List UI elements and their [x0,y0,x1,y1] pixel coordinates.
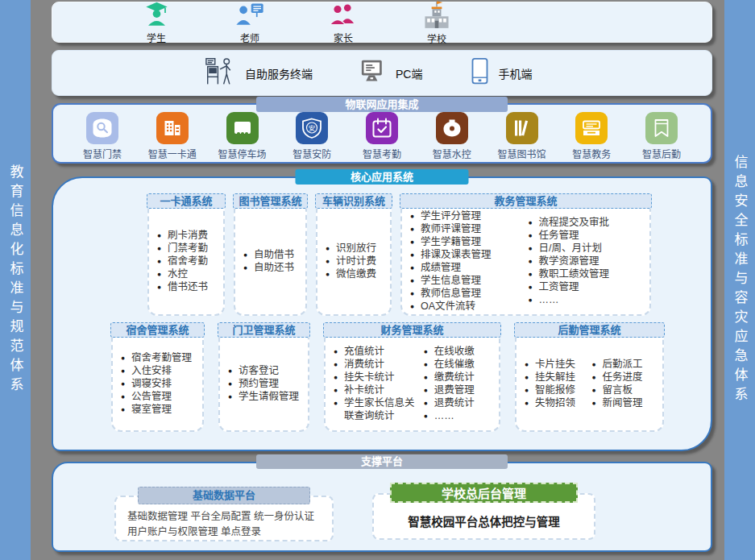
user-label: 学生 [147,31,166,44]
feature-item: OA文件流转 [410,300,529,313]
phone-icon [469,57,491,89]
system-card-body: 宿舍考勤管理入住安排调寝安排公告管理寝室管理 [111,330,204,432]
support-panel: 基础数据平台 基础数据管理 平台全局配置 统一身份认证 用户账户与权限管理 单点… [52,462,712,552]
system-card-body: 卡片挂失挂失解挂智能报修失物招领后勤派工任务进度留言板新闻管理 [515,330,664,432]
iot-label: 智慧一卡通 [148,147,197,160]
water-control-icon [436,112,468,144]
system-card-title: 图书管理系统 [233,193,308,209]
iot-item: 智慧考勤 [352,112,412,160]
iot-item: 安智慧安防 [282,112,342,160]
door-access-icon [86,112,118,144]
feature-item: 学生请假管理 [228,390,305,403]
system-card: 教务管理系统学生评分管理教师评课管理学生学籍管理排课及课表管理成绩管理学生信息管… [400,201,651,316]
feature-item: 后勤派工 [592,358,660,371]
feature-list: 后勤派工任务进度留言板新闻管理 [592,358,660,409]
feature-item: 自助还书 [243,261,302,274]
feature-item: 挂失卡统计 [334,371,424,384]
feature-item: 访客登记 [228,364,305,377]
user-item: 学生 [130,1,183,44]
system-card: 宿舍管理系统宿舍考勤管理入住安排调寝安排公告管理寝室管理 [111,330,204,432]
system-card-body: 自助借书自助还书 [234,201,307,316]
iot-label: 智慧门禁 [83,147,122,160]
iot-label: 智慧停车场 [218,147,266,160]
feature-item: 卡片挂失 [525,358,592,371]
system-card-body: 刷卡消费门禁考勤宿舍考勤水控借书还书 [147,201,225,316]
feature-item: 预约管理 [228,377,305,390]
feature-list: 自助借书自助还书 [243,248,302,274]
feature-list: 识别放行计时计费微信缴费 [326,242,387,280]
feature-list: 刷卡消费门禁考勤宿舍考勤水控借书还书 [157,229,220,293]
feature-list: 卡片挂失挂失解挂智能报修失物招领 [525,358,592,409]
iot-label: 智慧考勤 [363,147,401,160]
feature-item: 任务进度 [592,371,660,384]
terminal-label: 手机端 [498,65,532,81]
system-card: 车辆识别系统识别放行计时计费微信缴费 [316,201,392,316]
feature-item: 门禁考勤 [157,242,220,255]
feature-item: 寝室管理 [121,403,199,416]
terminals-panel: 自助服务终端PC端手机端 [52,50,712,96]
iot-label: 智慧图书馆 [497,147,546,160]
system-card: 门卫管理系统访客登记预约管理学生请假管理 [218,330,309,432]
system-card-title: 宿舍管理系统 [110,322,205,338]
core-row-2: 宿舍管理系统宿舍考勤管理入住安排调寝安排公告管理寝室管理门卫管理系统访客登记预约… [111,330,664,432]
system-card-title: 一卡通系统 [147,193,226,209]
users-panel: 学生老师家长学校 [52,2,712,43]
pc-icon [359,59,388,88]
system-card: 后勤管理系统卡片挂失挂失解挂智能报修失物招领后勤派工任务进度留言板新闻管理 [515,330,664,432]
feature-item: 刷卡消费 [157,229,220,242]
iot-row: 智慧门禁智慧一卡通智慧停车场安智慧安防智慧考勤智慧水控智慧图书馆智慧教务智慧后勤 [53,105,711,160]
academic-icon [575,112,608,144]
terminals-row: 自助服务终端PC端手机端 [52,51,711,95]
system-card-body: 学生评分管理教师评课管理学生学籍管理排课及课表管理成绩管理学生信息管理教师信息管… [400,201,651,316]
system-card-title: 后勤管理系统 [514,322,665,338]
feature-item: 在线收缴 [424,345,496,358]
onecard-icon [156,112,189,144]
iot-item: 智慧图书馆 [492,112,552,160]
feature-item: 学生信息管理 [410,274,529,287]
system-card-title: 门卫管理系统 [218,322,310,338]
right-sidebar-label: 信息安全标准与容灾应急体系 [733,155,747,406]
user-label: 学校 [427,31,446,45]
system-card-body: 充值统计消费统计挂失卡统计补卡统计学生家长信息关联查询统计在线收缴在线催缴缴费统… [324,330,500,432]
iot-item: 智慧一卡通 [143,112,202,160]
iot-item: 智慧后勤 [632,112,691,160]
student-icon [142,1,172,32]
feature-item: 失物招领 [525,396,592,409]
feature-item: 任务管理 [529,229,647,242]
terminal-item: 手机端 [469,57,532,89]
user-item: 老师 [223,1,276,44]
feature-item: 退费管理 [424,384,496,396]
left-sidebar-label: 教育信息化标准与规范体系 [9,164,23,396]
iot-item: 智慧教务 [562,112,621,160]
feature-item: 工资管理 [529,280,647,293]
iot-label: 智慧后勤 [642,147,681,160]
parents-icon [327,1,359,32]
right-sidebar: 信息安全标准与容灾应急体系 [724,0,755,560]
feature-item: 学生学籍管理 [410,235,529,248]
iot-item: 智慧水控 [422,112,482,160]
school-admin-desc: 智慧校园平台总体把控与管理 [408,512,560,529]
system-card: 财务管理系统充值统计消费统计挂失卡统计补卡统计学生家长信息关联查询统计在线收缴在… [324,330,500,432]
users-row: 学生老师家长学校 [52,2,711,42]
feature-item: 借书还书 [157,280,220,293]
feature-item: 成绩管理 [410,261,529,274]
feature-list: 宿舍考勤管理入住安排调寝安排公告管理寝室管理 [121,351,199,416]
feature-item: 水控 [157,268,220,280]
terminal-item: PC端 [359,59,422,88]
user-label: 家长 [334,31,353,44]
system-card: 一卡通系统刷卡消费门禁考勤宿舍考勤水控借书还书 [147,201,225,316]
feature-item: 留言板 [592,384,660,396]
system-card-body: 识别放行计时计费微信缴费 [316,201,392,316]
feature-item: 宿舍考勤 [157,255,220,268]
feature-list: 充值统计消费统计挂失卡统计补卡统计学生家长信息关联查询统计 [334,345,424,422]
feature-item: 退费统计 [424,396,496,409]
feature-item: 计时计费 [326,255,387,268]
feature-item: 在线催缴 [424,358,496,371]
core-section-header: 核心应用系统 [296,169,469,185]
feature-item: 入住安排 [121,364,199,377]
feature-item: 教职工绩效管理 [529,268,647,280]
system-card-body: 访客登记预约管理学生请假管理 [218,330,309,432]
feature-item: 充值统计 [334,345,424,358]
base-platform-line-1: 基础数据管理 平台全局配置 统一身份认证 [127,509,326,525]
feature-item: 微信缴费 [326,268,387,280]
